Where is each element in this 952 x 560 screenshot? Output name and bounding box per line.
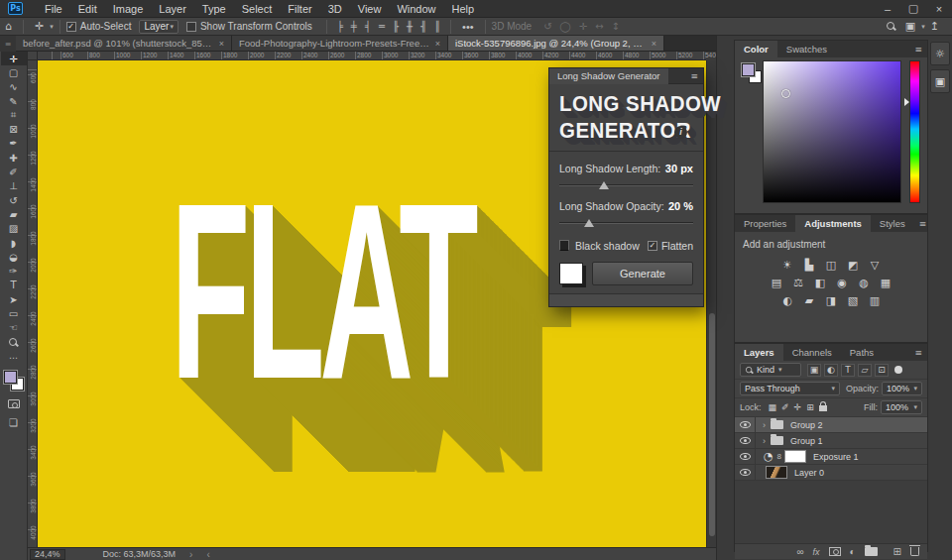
hue-saturation-icon[interactable]: ▤ xyxy=(770,277,784,289)
layers-tab-paths[interactable]: Paths xyxy=(841,344,883,361)
posterize-icon[interactable]: ▰ xyxy=(802,294,817,307)
eyedropper-tool[interactable]: ✒ xyxy=(1,137,27,151)
plugin-panel-tab[interactable]: Long Shadow Generator xyxy=(549,68,668,84)
lock-pixels-icon[interactable]: ✐ xyxy=(781,402,789,412)
adj-tab-adjustments[interactable]: Adjustments xyxy=(795,215,871,232)
new-group-icon[interactable] xyxy=(865,547,885,556)
brightness-contrast-icon[interactable]: ☀ xyxy=(780,259,795,272)
layers-tab-channels[interactable]: Channels xyxy=(783,344,841,361)
search-icon[interactable] xyxy=(882,21,900,33)
lock-artboard-icon[interactable]: ⊞ xyxy=(806,402,814,412)
menu-help[interactable]: Help xyxy=(444,2,483,16)
layer-mask-thumbnail[interactable] xyxy=(784,450,806,463)
shadow-color-swatch[interactable] xyxy=(559,263,583,284)
blur-tool[interactable]: ◗ xyxy=(1,236,27,250)
path-selection-tool[interactable]: ➤ xyxy=(1,292,27,306)
foreground-color-chip[interactable] xyxy=(742,63,755,76)
brush-tool[interactable]: ✐ xyxy=(1,165,27,178)
document-tab-2[interactable]: Food-Photography-Lightroom-Presets-Free.… xyxy=(232,36,448,51)
libraries-panel-icon[interactable]: ▣ xyxy=(930,69,950,93)
layer-row-group-2[interactable]: ›Group 2 xyxy=(735,417,927,433)
invert-icon[interactable]: ◐ xyxy=(780,294,795,307)
menu-filter[interactable]: Filter xyxy=(280,2,319,16)
slider-track[interactable] xyxy=(559,222,693,224)
blend-mode-dropdown[interactable]: Pass Through ▾ xyxy=(740,382,840,395)
foreground-color-swatch[interactable] xyxy=(4,371,17,384)
layer-thumbnail[interactable] xyxy=(766,466,787,479)
curves-icon[interactable]: ◫ xyxy=(824,259,839,272)
layer-visibility-toggle[interactable] xyxy=(735,433,756,448)
pen-tool[interactable]: ✑ xyxy=(1,264,27,278)
distribute-right-edges-icon[interactable]: ╢ xyxy=(416,21,430,32)
spot-healing-brush-tool[interactable]: ✚ xyxy=(1,151,27,165)
selective-color-icon[interactable]: ▧ xyxy=(846,294,861,307)
photo-filter-icon[interactable]: ◉ xyxy=(835,277,850,289)
menu-view[interactable]: View xyxy=(350,2,390,16)
align-horizontal-centers-icon[interactable]: ╪ xyxy=(347,21,361,32)
show-transform-checkbox[interactable] xyxy=(186,22,196,32)
close-button[interactable]: × xyxy=(926,0,952,17)
move-tool-preset-icon[interactable]: ✛ xyxy=(30,20,49,33)
screen-mode-icon[interactable]: ❏ xyxy=(1,415,27,430)
scroll-left-arrow[interactable]: ‹ xyxy=(206,549,209,560)
crop-tool[interactable]: ⌗ xyxy=(1,108,27,122)
maximize-button[interactable]: ▢ xyxy=(900,0,926,17)
menu-edit[interactable]: Edit xyxy=(70,2,105,16)
quick-mask-mode-icon[interactable] xyxy=(1,396,27,411)
rectangular-marquee-tool[interactable]: ▢ xyxy=(1,65,27,79)
align-left-edges-icon[interactable]: ╞ xyxy=(333,21,347,32)
color-picker-cursor[interactable] xyxy=(781,89,790,98)
distribute-vertical-centers-icon[interactable]: ║ xyxy=(430,21,444,32)
filter-pixel-layers-icon[interactable]: ▣ xyxy=(807,364,821,377)
zoom-level-field[interactable]: 24,4% xyxy=(30,549,65,560)
link-layers-icon[interactable]: ∞ xyxy=(796,546,803,557)
align-right-edges-icon[interactable]: ╡ xyxy=(361,21,375,32)
learn-panel-icon[interactable]: ☼ xyxy=(930,42,950,65)
lasso-tool[interactable]: ∿ xyxy=(1,80,27,94)
layer-filter-kind-dropdown[interactable]: Kind ▾ xyxy=(740,363,801,377)
color-tab-swatches[interactable]: Swatches xyxy=(777,41,836,57)
vertical-scrollbar[interactable] xyxy=(706,60,716,547)
black-shadow-checkbox[interactable] xyxy=(559,240,569,251)
vertical-scrollbar-thumb[interactable] xyxy=(709,313,715,536)
minimize-button[interactable]: – xyxy=(875,0,900,17)
exposure-icon[interactable]: ◩ xyxy=(846,259,861,272)
new-layer-icon[interactable]: ⊞ xyxy=(893,546,901,557)
distribute-left-edges-icon[interactable]: ╟ xyxy=(389,21,403,32)
vibrance-icon[interactable]: ▽ xyxy=(868,259,883,272)
slider-thumb[interactable] xyxy=(584,219,594,227)
menu-layer[interactable]: Layer xyxy=(151,2,194,16)
info-icon[interactable]: i xyxy=(674,126,687,139)
hand-tool[interactable]: ☜ xyxy=(1,321,27,335)
layer-visibility-toggle[interactable] xyxy=(735,465,756,480)
layer-visibility-toggle[interactable] xyxy=(735,449,756,464)
menu-type[interactable]: Type xyxy=(194,2,234,16)
group-expand-icon[interactable]: › xyxy=(763,420,766,430)
gradient-map-icon[interactable]: ▥ xyxy=(868,294,883,307)
color-lookup-icon[interactable]: ▦ xyxy=(879,277,893,289)
more-options-icon[interactable]: ••• xyxy=(457,21,479,33)
adj-tab-properties[interactable]: Properties xyxy=(735,215,795,232)
gradient-tool[interactable]: ▨ xyxy=(1,222,27,236)
filter-type-layers-icon[interactable]: T xyxy=(841,364,855,377)
menu-3d[interactable]: 3D xyxy=(320,2,350,16)
generate-button[interactable]: Generate xyxy=(592,262,693,285)
layer-style-icon[interactable]: fx xyxy=(813,547,820,557)
lock-position-icon[interactable]: ✛ xyxy=(794,402,802,412)
tab-overflow-handle[interactable]: ≡ xyxy=(0,36,16,52)
auto-select-checkbox[interactable]: ✓ xyxy=(66,22,76,32)
status-expand-arrow[interactable]: › xyxy=(189,549,192,560)
opacity-dropdown[interactable]: 100% ▾ xyxy=(882,382,922,395)
threshold-icon[interactable]: ◨ xyxy=(824,294,839,307)
shape-tool[interactable]: ▭ xyxy=(1,306,27,320)
delete-layer-icon[interactable] xyxy=(910,547,919,556)
color-tab-color[interactable]: Color xyxy=(735,41,777,57)
shadow-length-value[interactable]: 30 px xyxy=(665,163,693,174)
zoom-tool[interactable] xyxy=(1,335,27,349)
flatten-checkbox[interactable]: ✓ xyxy=(648,241,657,251)
slider-track[interactable] xyxy=(559,184,693,186)
hue-slider-marker[interactable] xyxy=(904,98,909,106)
auto-select-target-dropdown[interactable]: Layer ▾ xyxy=(139,20,178,34)
lock-all-icon[interactable] xyxy=(819,401,827,413)
new-adjustment-layer-icon[interactable]: ◐ xyxy=(850,546,856,557)
